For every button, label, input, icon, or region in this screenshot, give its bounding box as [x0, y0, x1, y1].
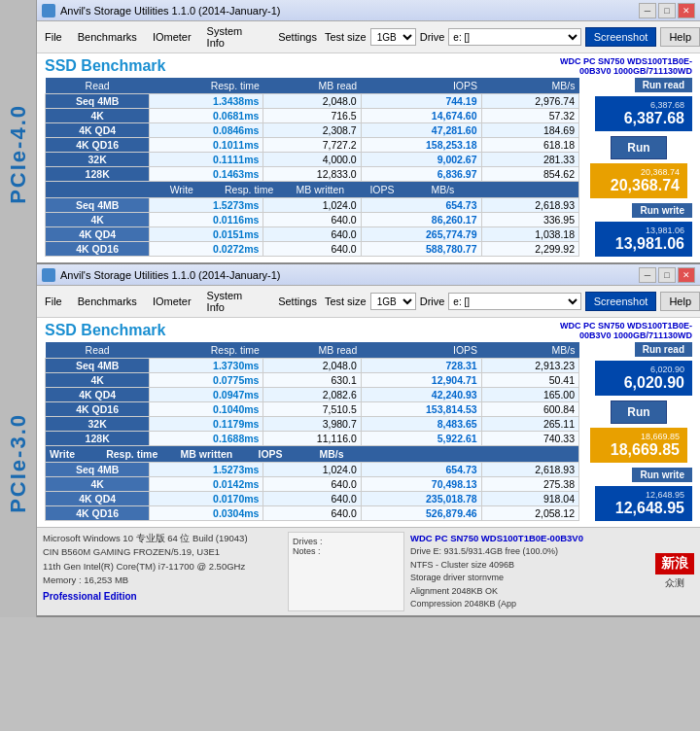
table-cell: 0.0272ms	[150, 242, 263, 257]
menu-iometer-2[interactable]: IOmeter	[145, 294, 199, 309]
app-icon-2	[42, 268, 55, 282]
pro-edition: Professional Edition	[43, 589, 282, 604]
table-cell: 50.41	[481, 373, 578, 388]
table-cell: 0.0170ms	[150, 492, 263, 506]
run-read-button-1[interactable]: Run read	[635, 78, 692, 92]
read-score-big-2: 6,020.90	[603, 374, 684, 392]
table-cell: 0.0947ms	[150, 388, 263, 402]
pcie-label-bottom: PCIe-3.0	[6, 413, 31, 513]
screenshot-button-2[interactable]: Screenshot	[585, 292, 657, 311]
bench-drive-info-1: WDC PC SN750 WDS100T1B0E- 00B3V0 1000GB/…	[560, 56, 692, 76]
drive-label-2: Drive	[420, 296, 445, 307]
menu-system-info-2[interactable]: System Info	[199, 288, 271, 315]
table-cell: Seq 4MB	[46, 198, 150, 213]
table-cell: 4K QD4	[46, 123, 150, 138]
run-read-button-2[interactable]: Run read	[635, 342, 692, 357]
read-score-big-1: 6,387.68	[603, 110, 684, 127]
maximize-button-2[interactable]: □	[658, 267, 676, 283]
table-cell: 0.1688ms	[150, 432, 263, 446]
read-score-small-2: 6,020.90	[603, 365, 684, 374]
table-cell: Seq 4MB	[46, 463, 150, 477]
title-bar-controls[interactable]: ─ □ ✕	[639, 3, 695, 18]
table-cell: 600.84	[481, 402, 578, 417]
table-cell: 14,674.60	[361, 109, 481, 123]
table-cell: 11,116.0	[263, 432, 361, 446]
table-cell: 9,002.67	[361, 153, 481, 167]
menu-file[interactable]: File	[37, 29, 70, 45]
run-write-button-1[interactable]: Run write	[632, 203, 692, 218]
table-cell: 4K QD16	[46, 402, 150, 417]
test-size-select-2[interactable]: 1GB	[370, 293, 416, 310]
bench-table-1: Read Resp. time MB read IOPS MB/s Seq 4M…	[45, 78, 579, 257]
read-score-box-2: 6,020.90 6,020.90	[595, 361, 692, 396]
table-cell: Seq 4MB	[46, 359, 150, 373]
table-cell: 2,976.74	[481, 94, 578, 109]
table-cell: 275.38	[481, 477, 578, 492]
write-section-1: Run write 13,981.06 13,981.06	[585, 203, 692, 257]
sys-info-line-3: 11th Gen Intel(R) Core(TM) i7-11700 @ 2.…	[43, 560, 282, 574]
total-score-big-2: 18,669.85	[598, 441, 680, 459]
table-cell: 1.5273ms	[150, 198, 263, 213]
col-mbs: MB/s	[481, 78, 578, 94]
table-cell: 0.1463ms	[150, 167, 263, 182]
table-cell: 4K QD4	[46, 388, 150, 402]
close-button-2[interactable]: ✕	[678, 267, 695, 283]
run-button-2[interactable]: Run	[611, 400, 666, 424]
drive-select[interactable]: e: []	[448, 28, 580, 46]
table-cell: 740.33	[481, 432, 578, 446]
table-cell: 588,780.77	[361, 242, 481, 257]
read-section-1: Run read 6,387.68 6,387.68	[585, 78, 692, 131]
sys-info: Microsoft Windows 10 专业版 64 位 Build (190…	[43, 532, 282, 611]
table-cell: 47,281.60	[361, 123, 481, 138]
table-cell: 2,048.0	[263, 94, 361, 109]
close-button[interactable]: ✕	[678, 3, 695, 18]
table-cell: Seq 4MB	[46, 94, 150, 109]
table-cell: 4K QD16	[46, 138, 150, 153]
table-cell: 336.95	[481, 213, 578, 227]
table-cell: 1.3438ms	[150, 94, 263, 109]
col-mbs-2: MB/s	[481, 342, 578, 359]
run-write-button-2[interactable]: Run write	[632, 468, 692, 482]
zhongce-label: 众测	[665, 576, 684, 590]
menu-benchmarks-2[interactable]: Benchmarks	[70, 294, 145, 309]
run-button-1[interactable]: Run	[611, 136, 666, 159]
minimize-button[interactable]: ─	[639, 3, 656, 18]
menu-settings-2[interactable]: Settings	[270, 294, 325, 309]
table-cell: 2,082.6	[263, 388, 361, 402]
sys-info-line-4: Memory : 16,253 MB	[43, 574, 282, 587]
col-resp-time: Resp. time	[150, 78, 263, 94]
menu-settings[interactable]: Settings	[270, 29, 325, 45]
test-size-select[interactable]: 1GB	[370, 28, 416, 46]
total-score-big-1: 20,368.74	[598, 177, 680, 194]
read-section-2: Run read 6,020.90 6,020.90	[585, 342, 692, 396]
table-cell: 4K	[46, 213, 150, 227]
table-cell: 640.0	[263, 506, 361, 521]
table-cell: 2,618.93	[481, 198, 578, 213]
help-button[interactable]: Help	[660, 27, 700, 47]
screenshot-button[interactable]: Screenshot	[585, 27, 657, 47]
drive-detail-line-4: Alignment 2048KB OK	[410, 585, 649, 599]
bench-title-2: SSD Benchmark	[45, 322, 166, 339]
menu-iometer[interactable]: IOmeter	[145, 29, 199, 45]
help-button-2[interactable]: Help	[660, 292, 700, 311]
maximize-button[interactable]: □	[658, 3, 676, 18]
write-score-big-1: 13,981.06	[603, 235, 684, 253]
table-cell: 640.0	[263, 492, 361, 506]
table-cell: 0.0775ms	[150, 373, 263, 388]
table-cell: 2,048.0	[263, 359, 361, 373]
table-cell: 281.33	[481, 153, 578, 167]
table-cell: 158,253.18	[361, 138, 481, 153]
table-cell: 7,510.5	[263, 402, 361, 417]
menu-file-2[interactable]: File	[37, 294, 70, 309]
table-cell: 265,774.79	[361, 227, 481, 242]
table-cell: 5,922.61	[361, 432, 481, 446]
menu-system-info[interactable]: System Info	[199, 23, 271, 51]
table-cell: 526,879.46	[361, 506, 481, 521]
title-bar-controls-2[interactable]: ─ □ ✕	[639, 267, 695, 283]
bench-header-1: SSD Benchmark WDC PC SN750 WDS100T1B0E- …	[37, 53, 700, 78]
menu-benchmarks[interactable]: Benchmarks	[70, 29, 145, 45]
col-resp-time-2: Resp. time	[150, 342, 263, 359]
bench-content-1: Read Resp. time MB read IOPS MB/s Seq 4M…	[37, 78, 700, 262]
drive-select-2[interactable]: e: []	[448, 293, 580, 310]
minimize-button-2[interactable]: ─	[639, 267, 656, 283]
